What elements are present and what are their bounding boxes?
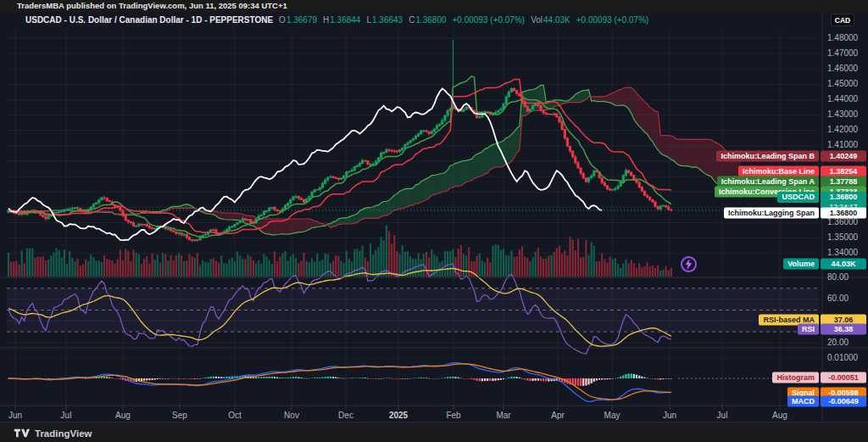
axis-tick-label: Oct [228, 411, 242, 420]
axis-tick-label: 2025 [389, 411, 409, 420]
axis-tick-label: Aug [115, 411, 131, 420]
ohlc-close: C 1.36800 [409, 15, 446, 25]
ohlc-low: L 1.36643 [366, 15, 403, 25]
change-value: +0.00093 (+0.07%) [453, 15, 526, 25]
axis-tick-label: Feb [446, 411, 461, 420]
axis-tick-label: May [604, 411, 620, 420]
axis-tick-label: 1.41000 [827, 140, 859, 149]
published-chart-frame: TradersMBA published on TradingView.com,… [0, 0, 868, 442]
axis-tick-label: 0.01000 [827, 353, 859, 362]
axis-tick-label: 1.44000 [827, 94, 859, 104]
axis-tick-label: 1.42000 [827, 125, 859, 134]
axis-tick-label: Jun [8, 411, 22, 420]
chart-canvas[interactable]: 1.480001.470001.460001.450001.440001.430… [0, 0, 868, 442]
axis-tick-label: 80.00 [827, 272, 849, 282]
axis-tick-label: 1.36000 [827, 217, 859, 227]
ohlc-open: O 1.36679 [279, 15, 317, 25]
volume-field: Vol 44.03K [531, 15, 570, 25]
ohlc-high: H 1.36844 [323, 15, 360, 25]
publish-attribution-bar: TradersMBA published on TradingView.com,… [0, 0, 868, 12]
axis-tick-label: Jun [663, 411, 676, 420]
symbol-info-bar[interactable]: USDCAD - U.S. Dollar / Canadian Dollar -… [25, 14, 648, 25]
axis-tick-label: 1.34000 [827, 248, 859, 257]
tradingview-brand-text[interactable]: TradingView [35, 428, 92, 439]
axis-tick-label: Mar [496, 411, 511, 420]
footer-bar: TradingView [0, 424, 868, 442]
publish-attribution-text: TradersMBA published on TradingView.com,… [17, 1, 287, 10]
lightning-bolt-icon [685, 259, 693, 270]
axis-tick-label: 1.46000 [827, 64, 859, 73]
axis-tick-label: 1.35000 [827, 232, 859, 242]
axis-tick-label: 1.47000 [827, 48, 859, 58]
axis-tick-label: Jul [61, 411, 72, 420]
axis-tick-label: Dec [338, 411, 353, 420]
tradingview-logo-icon[interactable] [14, 428, 30, 439]
flash-icon[interactable] [681, 256, 697, 272]
axis-tick-label: 1.48000 [827, 33, 859, 42]
axis-tick-label: Sep [172, 411, 187, 420]
axis-tick-label: 20.00 [827, 338, 849, 347]
axis-tick-label: Jul [717, 411, 728, 420]
axis-tick-label: 1.43000 [827, 109, 859, 119]
currency-cad-button[interactable]: CAD [831, 14, 854, 26]
axis-tick-label: Nov [284, 411, 299, 420]
axis-tick-label: Apr [551, 411, 565, 420]
axis-tick-label: 60.00 [827, 294, 849, 303]
axis-tick-label: 1.45000 [827, 79, 859, 88]
axis-tick-label: Aug [772, 411, 787, 420]
symbol-title[interactable]: USDCAD - U.S. Dollar / Canadian Dollar -… [25, 15, 273, 25]
volume-change: +0.00093 (+0.07%) [576, 15, 649, 25]
